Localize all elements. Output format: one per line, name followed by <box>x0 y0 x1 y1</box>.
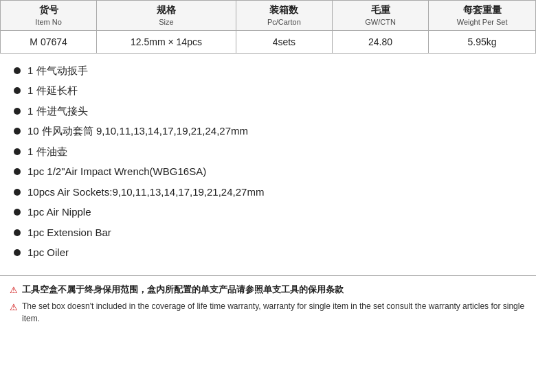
warning-en-text: The set box doesn't included in the cove… <box>22 300 526 325</box>
header-gw-ctn: 毛重 GW/CTN <box>332 1 428 31</box>
bullet-icon <box>14 168 21 175</box>
bullet-icon <box>14 209 21 216</box>
cell-gw-ctn: 24.80 <box>332 30 428 53</box>
list-item: 1 件进气接头 <box>14 104 522 119</box>
warning-icon-en: ⚠ <box>10 301 18 314</box>
list-item: 1 件气动扳手 <box>14 63 522 79</box>
warning-cn-text: 工具空盒不属于终身保用范围，盒内所配置的单支产品请参照单支工具的保用条款 <box>22 283 344 297</box>
list-item: 10pcs Air Sockets:9,10,11,13,14,17,19,21… <box>14 185 522 200</box>
item-list: 1 件气动扳手1 件延长杆1 件进气接头10 件风动套筒 9,10,11,13,… <box>14 63 522 261</box>
warning-cn-line: ⚠工具空盒不属于终身保用范围，盒内所配置的单支产品请参照单支工具的保用条款 <box>10 283 526 297</box>
list-item-text: 1pc Extension Bar <box>27 225 522 241</box>
bullet-icon <box>14 128 21 135</box>
list-item-text: 1pc Air Nipple <box>27 205 522 220</box>
list-item: 1pc 1/2"Air Impact Wrench(WBG16SA) <box>14 164 522 180</box>
header-size: 规格 Size <box>97 1 236 31</box>
list-item-text: 10pcs Air Sockets:9,10,11,13,14,17,19,21… <box>27 185 522 200</box>
header-pc-carton: 装箱数 Pc/Carton <box>236 1 332 31</box>
list-item-text: 1pc 1/2"Air Impact Wrench(WBG16SA) <box>27 164 522 180</box>
bullet-icon <box>14 108 21 115</box>
header-weight-per-set: 每套重量 Weight Per Set <box>429 1 536 31</box>
warning-en-line: ⚠The set box doesn't included in the cov… <box>10 300 526 325</box>
bullet-icon <box>14 249 21 256</box>
cell-weight-per-set: 5.95kg <box>429 30 536 53</box>
table-data-row: M 07674 12.5mm × 14pcs 4sets 24.80 5.95k… <box>1 30 536 53</box>
list-item-text: 1 件油壶 <box>27 144 522 160</box>
table-header-row: 货号 Item No 规格 Size 装箱数 Pc/Carton 毛重 GW/C… <box>1 1 536 31</box>
list-item-text: 10 件风动套筒 9,10,11,13,14,17,19,21,24,27mm <box>27 124 522 139</box>
warning-icon: ⚠ <box>10 284 18 297</box>
cell-item-no: M 07674 <box>1 30 97 53</box>
list-item-text: 1 件气动扳手 <box>27 63 522 79</box>
bullet-icon <box>14 148 21 155</box>
cell-size: 12.5mm × 14pcs <box>97 30 236 53</box>
product-table: 货号 Item No 规格 Size 装箱数 Pc/Carton 毛重 GW/C… <box>0 0 536 54</box>
list-item-text: 1 件延长杆 <box>27 83 522 99</box>
list-item-text: 1pc Oiler <box>27 245 522 261</box>
list-item: 1pc Oiler <box>14 245 522 261</box>
warning-section: ⚠工具空盒不属于终身保用范围，盒内所配置的单支产品请参照单支工具的保用条款⚠Th… <box>0 275 536 337</box>
bullet-icon <box>14 87 21 94</box>
header-item-no: 货号 Item No <box>1 1 97 31</box>
cell-pc-carton: 4sets <box>236 30 332 53</box>
bullet-icon <box>14 189 21 196</box>
list-item: 1 件油壶 <box>14 144 522 160</box>
bullet-icon <box>14 229 21 236</box>
list-item: 1pc Air Nipple <box>14 205 522 220</box>
list-item: 1 件延长杆 <box>14 83 522 99</box>
content-section: 1 件气动扳手1 件延长杆1 件进气接头10 件风动套筒 9,10,11,13,… <box>0 54 536 273</box>
list-item-text: 1 件进气接头 <box>27 104 522 119</box>
list-item: 10 件风动套筒 9,10,11,13,14,17,19,21,24,27mm <box>14 124 522 139</box>
bullet-icon <box>14 67 21 74</box>
list-item: 1pc Extension Bar <box>14 225 522 241</box>
